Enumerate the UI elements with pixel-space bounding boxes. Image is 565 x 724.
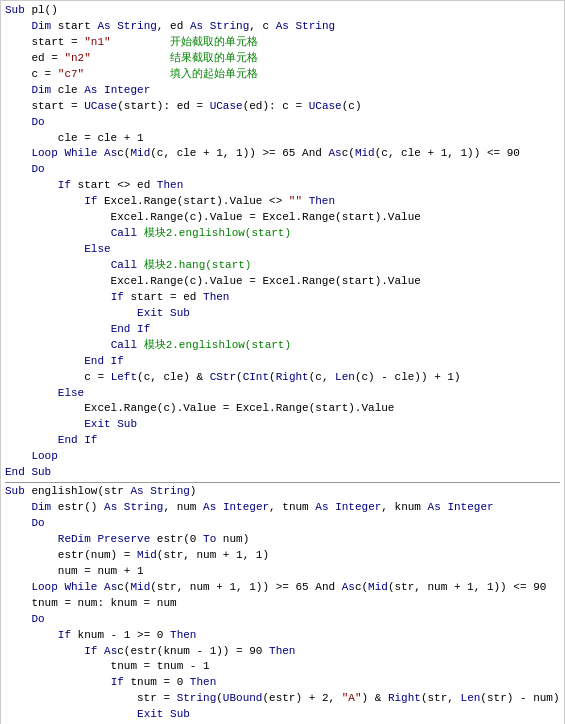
- code-line: End If: [5, 354, 560, 370]
- code-line: Do: [5, 115, 560, 131]
- code-line: Excel.Range(c).Value = Excel.Range(start…: [5, 401, 560, 417]
- code-line: cle = cle + 1: [5, 131, 560, 147]
- code-line: Call 模块2.hang(start): [5, 258, 560, 274]
- code-line: start = "n1" 开始截取的单元格: [5, 35, 560, 51]
- code-line: Dim estr() As String, num As Integer, tn…: [5, 500, 560, 516]
- code-line: Do: [5, 516, 560, 532]
- code-line: ed = "n2" 结果截取的单元格: [5, 51, 560, 67]
- code-line: If start <> ed Then: [5, 178, 560, 194]
- code-line: num = num + 1: [5, 564, 560, 580]
- code-line: Else: [5, 386, 560, 402]
- code-line: End If: [5, 433, 560, 449]
- code-line: If Asc(estr(knum - 1)) = 90 Then: [5, 644, 560, 660]
- code-line: Else: [5, 242, 560, 258]
- code-line: Sub englishlow(str As String): [5, 484, 560, 500]
- code-line: If knum - 1 >= 0 Then: [5, 628, 560, 644]
- code-line: c = Left(c, cle) & CStr(CInt(Right(c, Le…: [5, 370, 560, 386]
- code-editor: Sub pl() Dim start As String, ed As Stri…: [0, 0, 565, 724]
- code-line: ReDim Preserve estr(0 To num): [5, 532, 560, 548]
- code-line: End Sub: [5, 465, 560, 481]
- code-line: Do: [5, 162, 560, 178]
- code-line: If tnum = 0 Then: [5, 675, 560, 691]
- code-line: Dim cle As Integer: [5, 83, 560, 99]
- code-line: Dim start As String, ed As String, c As …: [5, 19, 560, 35]
- code-line: Loop: [5, 449, 560, 465]
- code-line: tnum = num: knum = num: [5, 596, 560, 612]
- code-line: If Excel.Range(start).Value <> "" Then: [5, 194, 560, 210]
- code-line: End If: [5, 322, 560, 338]
- code-line: estr(num) = Mid(str, num + 1, 1): [5, 548, 560, 564]
- code-line: Excel.Range(c).Value = Excel.Range(start…: [5, 210, 560, 226]
- code-line: c = "c7" 填入的起始单元格: [5, 67, 560, 83]
- code-divider: [5, 482, 560, 483]
- code-line: start = UCase(start): ed = UCase(ed): c …: [5, 99, 560, 115]
- code-line: Loop While Asc(Mid(c, cle + 1, 1)) >= 65…: [5, 146, 560, 162]
- code-line: tnum = tnum - 1: [5, 659, 560, 675]
- code-line: str = String(UBound(estr) + 2, "A") & Ri…: [5, 691, 560, 707]
- code-line: Call 模块2.englishlow(start): [5, 338, 560, 354]
- code-line: Exit Sub: [5, 707, 560, 723]
- code-line: Exit Sub: [5, 306, 560, 322]
- code-line: Excel.Range(c).Value = Excel.Range(start…: [5, 274, 560, 290]
- code-line: Call 模块2.englishlow(start): [5, 226, 560, 242]
- code-line: Loop While Asc(Mid(str, num + 1, 1)) >= …: [5, 580, 560, 596]
- code-line: Exit Sub: [5, 417, 560, 433]
- code-line: Sub pl(): [5, 3, 560, 19]
- code-line: Do: [5, 612, 560, 628]
- code-line: If start = ed Then: [5, 290, 560, 306]
